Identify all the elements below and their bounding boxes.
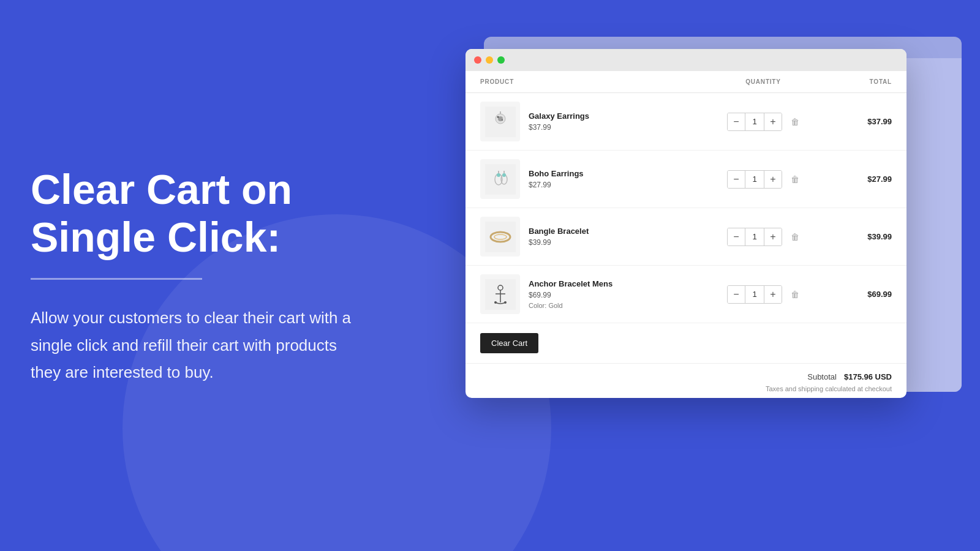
qty-value: 1 xyxy=(745,171,764,188)
description-text: Allow your customers to clear their cart… xyxy=(31,304,368,386)
bangle-bracelet-image xyxy=(485,222,516,252)
product-cell: Boho Earrings $27.99 xyxy=(480,159,708,199)
product-thumbnail xyxy=(480,217,520,257)
qty-value: 1 xyxy=(745,286,764,303)
main-title: Clear Cart on Single Click: xyxy=(31,165,368,261)
qty-decrease-button[interactable]: − xyxy=(728,286,745,303)
browser-window: PRODUCT QUANTITY TOTAL xyxy=(466,49,907,398)
product-price: $37.99 xyxy=(529,123,589,132)
qty-value: 1 xyxy=(745,113,764,130)
cart-item: Anchor Bracelet Mens $69.99 Color: Gold … xyxy=(466,266,907,323)
anchor-bracelet-image xyxy=(485,279,516,310)
product-cell: Bangle Bracelet $39.99 xyxy=(480,217,708,257)
title-line2: Single Click: xyxy=(31,214,281,260)
qty-value: 1 xyxy=(745,228,764,246)
product-info: Bangle Bracelet $39.99 xyxy=(529,227,589,247)
qty-increase-button[interactable]: + xyxy=(764,113,782,130)
svg-rect-6 xyxy=(485,164,516,195)
qty-increase-button[interactable]: + xyxy=(764,228,782,246)
qty-decrease-button[interactable]: − xyxy=(728,228,745,246)
quantity-control: − 1 + xyxy=(727,285,782,304)
left-panel: Clear Cart on Single Click: Allow your c… xyxy=(31,0,374,551)
svg-point-4 xyxy=(502,119,503,121)
boho-earring-image xyxy=(485,164,516,195)
delete-item-button[interactable]: 🗑 xyxy=(791,174,799,184)
cart-summary: Subtotal $175.96 USD Taxes and shipping … xyxy=(466,363,907,398)
product-info: Anchor Bracelet Mens $69.99 Color: Gold xyxy=(529,279,612,309)
cart-footer: Clear Cart xyxy=(466,323,907,363)
svg-point-20 xyxy=(494,301,497,304)
qty-decrease-button[interactable]: − xyxy=(728,113,745,130)
product-info: Galaxy Earrings $37.99 xyxy=(529,111,589,132)
delete-item-button[interactable]: 🗑 xyxy=(791,117,799,127)
product-name: Bangle Bracelet xyxy=(529,227,589,236)
svg-point-21 xyxy=(504,301,507,304)
product-name: Boho Earrings xyxy=(529,169,584,178)
maximize-dot xyxy=(497,56,505,64)
item-total: $69.99 xyxy=(818,290,892,299)
product-cell: Anchor Bracelet Mens $69.99 Color: Gold xyxy=(480,274,708,314)
quantity-control: − 1 + xyxy=(727,170,782,189)
product-thumbnail xyxy=(480,159,520,199)
galaxy-earring-image xyxy=(485,107,516,137)
cart-header: PRODUCT QUANTITY TOTAL xyxy=(466,71,907,93)
product-thumbnail xyxy=(480,102,520,141)
clear-cart-button[interactable]: Clear Cart xyxy=(480,333,538,353)
browser-titlebar xyxy=(466,49,907,71)
item-total: $39.99 xyxy=(818,232,892,241)
product-price: $39.99 xyxy=(529,238,589,247)
header-total: TOTAL xyxy=(818,78,892,85)
quantity-cell: − 1 + 🗑 xyxy=(708,170,818,189)
header-quantity: QUANTITY xyxy=(708,78,818,85)
qty-increase-button[interactable]: + xyxy=(764,171,782,188)
product-name: Galaxy Earrings xyxy=(529,111,589,121)
product-info: Boho Earrings $27.99 xyxy=(529,169,584,189)
product-cell: Galaxy Earrings $37.99 xyxy=(480,102,708,141)
product-name: Anchor Bracelet Mens xyxy=(529,279,612,288)
subtotal-row: Subtotal $175.96 USD xyxy=(480,372,892,381)
quantity-control: − 1 + xyxy=(727,113,782,131)
qty-increase-button[interactable]: + xyxy=(764,286,782,303)
svg-point-3 xyxy=(497,116,499,118)
subtotal-label: Subtotal xyxy=(807,372,837,381)
right-panel: PRODUCT QUANTITY TOTAL xyxy=(466,49,943,398)
item-total: $37.99 xyxy=(818,117,892,126)
svg-point-11 xyxy=(502,173,506,177)
close-dot xyxy=(474,56,481,64)
cart-item: Bangle Bracelet $39.99 − 1 + 🗑 $39.99 xyxy=(466,208,907,266)
cart-item: Boho Earrings $27.99 − 1 + 🗑 $27.99 xyxy=(466,151,907,208)
product-variant: Color: Gold xyxy=(529,302,612,309)
delete-item-button[interactable]: 🗑 xyxy=(791,290,799,299)
product-thumbnail xyxy=(480,274,520,314)
subtotal-value: $175.96 USD xyxy=(844,372,892,381)
browser-content: PRODUCT QUANTITY TOTAL xyxy=(466,71,907,398)
delete-item-button[interactable]: 🗑 xyxy=(791,232,799,242)
product-price: $69.99 xyxy=(529,291,612,299)
cart-item: Galaxy Earrings $37.99 − 1 + 🗑 $37.99 xyxy=(466,93,907,151)
quantity-cell: − 1 + 🗑 xyxy=(708,113,818,131)
qty-decrease-button[interactable]: − xyxy=(728,171,745,188)
quantity-cell: − 1 + 🗑 xyxy=(708,285,818,304)
item-total: $27.99 xyxy=(818,174,892,184)
title-divider xyxy=(31,278,202,280)
svg-point-8 xyxy=(497,173,500,177)
quantity-cell: − 1 + 🗑 xyxy=(708,228,818,246)
title-line1: Clear Cart on xyxy=(31,166,292,212)
quantity-control: − 1 + xyxy=(727,228,782,246)
minimize-dot xyxy=(486,56,493,64)
tax-note: Taxes and shipping calculated at checkou… xyxy=(480,385,892,392)
header-product: PRODUCT xyxy=(480,78,708,85)
product-price: $27.99 xyxy=(529,181,584,189)
